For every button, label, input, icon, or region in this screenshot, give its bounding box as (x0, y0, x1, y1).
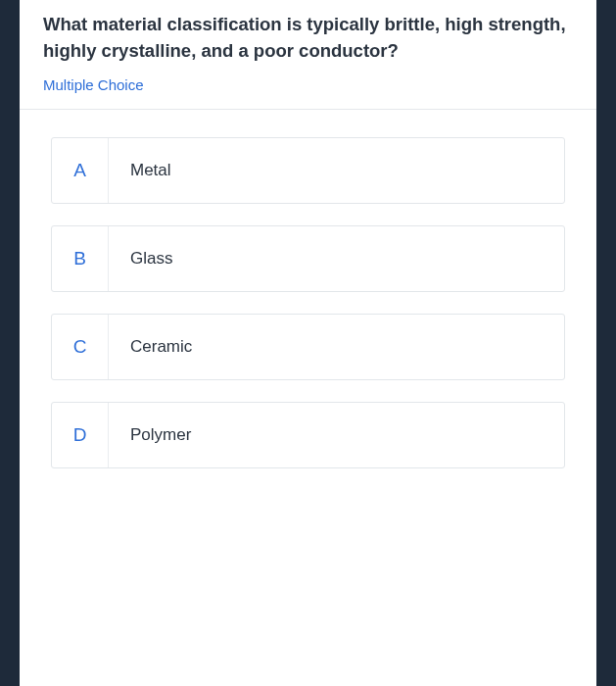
question-card: What material classification is typicall… (20, 0, 596, 686)
option-letter: D (52, 403, 109, 467)
option-d[interactable]: D Polymer (51, 402, 565, 468)
option-a[interactable]: A Metal (51, 137, 565, 204)
question-header: What material classification is typicall… (20, 0, 596, 110)
option-letter: C (52, 315, 109, 379)
question-text: What material classification is typicall… (43, 12, 573, 65)
options-list: A Metal B Glass C Ceramic D Polymer (20, 110, 596, 468)
question-type-label: Multiple Choice (43, 76, 573, 93)
option-text: Glass (109, 226, 564, 291)
option-text: Metal (109, 138, 564, 203)
option-letter: B (52, 226, 109, 291)
option-b[interactable]: B Glass (51, 225, 565, 292)
option-c[interactable]: C Ceramic (51, 314, 565, 380)
option-letter: A (52, 138, 109, 203)
option-text: Ceramic (109, 315, 564, 379)
option-text: Polymer (109, 403, 564, 467)
